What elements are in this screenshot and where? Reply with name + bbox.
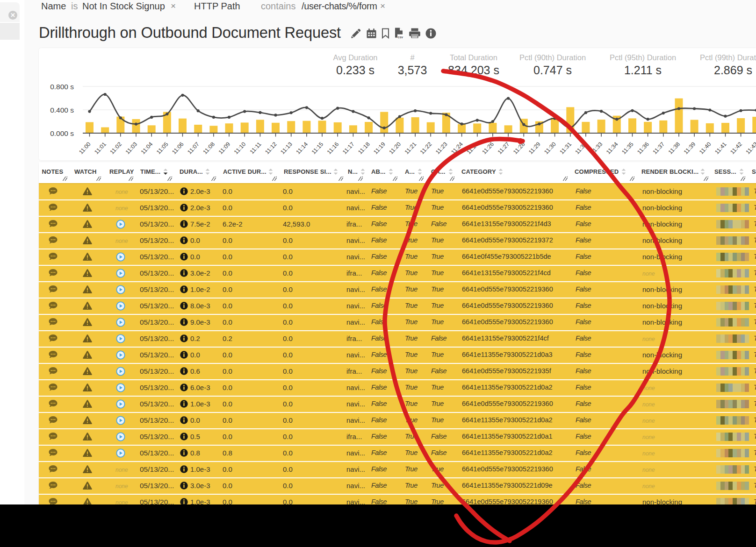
- svg-text:11:19: 11:19: [372, 141, 387, 156]
- svg-text:11:42: 11:42: [729, 141, 743, 156]
- svg-text:11:14: 11:14: [295, 141, 309, 156]
- svg-text:11:04: 11:04: [140, 141, 154, 156]
- svg-text:11:26: 11:26: [481, 141, 495, 156]
- svg-text:11:41: 11:41: [713, 141, 728, 156]
- svg-text:0.800 s: 0.800 s: [50, 83, 74, 91]
- svg-text:11:39: 11:39: [683, 141, 697, 156]
- svg-text:11:10: 11:10: [233, 141, 247, 156]
- svg-text:11:25: 11:25: [465, 141, 480, 156]
- svg-text:11:00: 11:00: [78, 141, 92, 156]
- svg-text:11:38: 11:38: [667, 141, 682, 156]
- svg-text:11:18: 11:18: [357, 141, 371, 156]
- svg-text:11:05: 11:05: [155, 141, 170, 156]
- svg-text:11:16: 11:16: [326, 141, 340, 156]
- svg-text:11:12: 11:12: [264, 141, 278, 156]
- svg-text:11:24: 11:24: [450, 141, 464, 156]
- svg-text:11:33: 11:33: [590, 141, 604, 156]
- svg-text:11:21: 11:21: [403, 141, 418, 156]
- svg-text:11:31: 11:31: [558, 141, 573, 156]
- svg-text:0.400 s: 0.400 s: [50, 106, 74, 114]
- svg-text:11:11: 11:11: [249, 141, 263, 155]
- svg-text:11:02: 11:02: [108, 141, 123, 156]
- svg-text:11:13: 11:13: [279, 141, 294, 156]
- svg-text:11:36: 11:36: [636, 141, 650, 156]
- svg-text:11:07: 11:07: [186, 141, 201, 156]
- svg-text:11:28: 11:28: [512, 141, 526, 156]
- svg-text:11:23: 11:23: [434, 141, 449, 156]
- svg-text:11:35: 11:35: [620, 141, 635, 156]
- svg-text:11:08: 11:08: [202, 141, 216, 156]
- svg-text:11:01: 11:01: [93, 141, 108, 156]
- svg-text:11:30: 11:30: [543, 141, 557, 156]
- svg-text:11:06: 11:06: [171, 141, 185, 156]
- svg-text:11:32: 11:32: [574, 141, 588, 156]
- svg-text:11:34: 11:34: [605, 141, 619, 156]
- svg-text:11:43: 11:43: [744, 141, 756, 156]
- svg-text:11:29: 11:29: [527, 141, 542, 156]
- svg-text:11:27: 11:27: [497, 141, 511, 156]
- svg-text:11:15: 11:15: [310, 141, 325, 156]
- svg-text:0.000 s: 0.000 s: [50, 129, 74, 137]
- svg-text:11:09: 11:09: [217, 141, 232, 156]
- svg-text:11:37: 11:37: [651, 141, 666, 156]
- svg-text:11:22: 11:22: [419, 141, 433, 156]
- svg-text:11:20: 11:20: [388, 141, 402, 156]
- svg-text:11:03: 11:03: [124, 141, 139, 156]
- svg-text:11:40: 11:40: [698, 141, 713, 156]
- svg-text:11:17: 11:17: [341, 141, 356, 156]
